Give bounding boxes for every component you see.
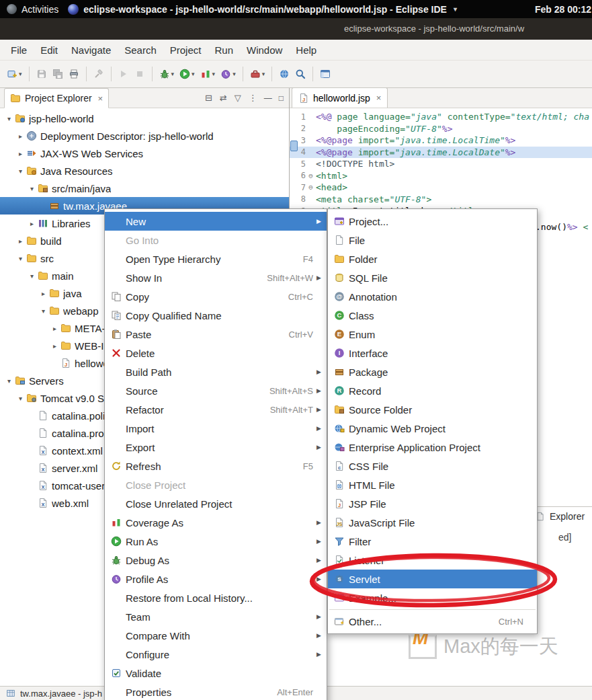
context-menu-item-close-project[interactable]: Close Project xyxy=(105,475,327,494)
tab-explorer-partial[interactable]: Explorer xyxy=(535,511,585,522)
new-submenu-item-interface[interactable]: IInterface xyxy=(328,344,537,362)
new-submenu-item-filter[interactable]: Filter xyxy=(328,532,537,551)
chevron-expanded-icon[interactable]: ▾ xyxy=(27,185,37,192)
new-submenu-item-enterprise-application-project[interactable]: Enterprise Application Project xyxy=(328,438,537,457)
context-menu-item-debug-as[interactable]: Debug As▶ xyxy=(105,551,327,570)
dropdown-arrow-icon[interactable]: ▾ xyxy=(262,71,265,77)
menu-run[interactable]: Run xyxy=(208,42,240,59)
maximize-icon[interactable]: □ xyxy=(279,93,284,103)
context-menu-item-go-into[interactable]: Go Into xyxy=(105,231,327,249)
dropdown-arrow-icon[interactable]: ▾ xyxy=(212,71,216,77)
focused-app-title[interactable]: eclipse-workspace - jsp-hello-world/src/… xyxy=(68,4,457,15)
print-button[interactable] xyxy=(67,65,81,83)
context-menu-item-profile-as[interactable]: Profile As▶ xyxy=(105,570,327,588)
context-menu-item-close-unrelated-project[interactable]: Close Unrelated Project xyxy=(105,494,327,513)
tree-item-src-main-java[interactable]: ▾src/main/java xyxy=(0,180,289,197)
dropdown-arrow-icon[interactable]: ▾ xyxy=(171,71,175,77)
menu-navigate[interactable]: Navigate xyxy=(65,42,118,59)
new-submenu-item-servlet[interactable]: SServlet xyxy=(328,570,537,588)
filter-icon[interactable]: ▽ xyxy=(235,93,241,103)
new-submenu-item-folder[interactable]: Folder xyxy=(328,249,537,268)
tree-item-deployment-descriptor-jsp-hello-world[interactable]: ▸Deployment Descriptor: jsp-hello-world xyxy=(0,127,289,145)
new-submenu-item-class[interactable]: CClass xyxy=(328,306,537,325)
context-menu-item-properties[interactable]: PropertiesAlt+Enter xyxy=(105,683,327,700)
new-submenu-item-enum[interactable]: EEnum xyxy=(328,325,537,344)
tab-project-explorer[interactable]: Project Explorer × xyxy=(4,88,109,108)
context-menu-item-paste[interactable]: PasteCtrl+V xyxy=(105,325,327,344)
chevron-expanded-icon[interactable]: ▾ xyxy=(27,272,37,280)
chevron-expanded-icon[interactable]: ▾ xyxy=(4,377,14,385)
link-with-editor-icon[interactable]: ⇄ xyxy=(220,93,227,103)
coverage-button[interactable]: ▾ xyxy=(198,65,218,83)
tree-item-jax-ws-web-services[interactable]: ▸JAX-WS Web Services xyxy=(0,145,289,162)
profile-button[interactable]: ▾ xyxy=(218,65,238,83)
new-submenu-item-css-file[interactable]: cCSS File xyxy=(328,457,537,475)
chevron-collapsed-icon[interactable]: ▸ xyxy=(15,150,26,157)
context-menu-item-team[interactable]: Team▶ xyxy=(105,607,327,626)
code-line-2[interactable]: 2 pageEncoding="UTF-8"%> xyxy=(290,123,592,135)
context-menu-item-show-in[interactable]: Show InShift+Alt+W▶ xyxy=(105,268,327,287)
minimize-icon[interactable]: — xyxy=(264,93,272,103)
new-submenu-item-other[interactable]: Other...Ctrl+N xyxy=(328,612,537,631)
new-submenu-item-example[interactable]: Example... xyxy=(328,588,537,607)
new-submenu-item-sql-file[interactable]: SQL File xyxy=(328,268,537,287)
menu-project[interactable]: Project xyxy=(163,42,208,59)
chevron-expanded-icon[interactable]: ▾ xyxy=(38,307,48,315)
context-menu-item-coverage-as[interactable]: Coverage As▶ xyxy=(105,513,327,532)
dropdown-arrow-icon[interactable]: ▾ xyxy=(19,71,22,77)
context-menu-item-open-type-hierarchy[interactable]: Open Type HierarchyF4 xyxy=(105,249,327,268)
context-menu-item-build-path[interactable]: Build Path▶ xyxy=(105,362,327,381)
new-submenu-item-listener[interactable]: Listener xyxy=(328,551,537,570)
fold-minus-icon[interactable]: ⊖ xyxy=(306,183,316,192)
dropdown-arrow-icon[interactable]: ▾ xyxy=(192,71,195,77)
menu-help[interactable]: Help xyxy=(289,42,323,59)
code-line-8[interactable]: 8<meta charset="UTF-8"> xyxy=(290,194,592,206)
context-menu-item-export[interactable]: Export▶ xyxy=(105,438,327,457)
code-line-1[interactable]: 1<%@ page language="java" contentType="t… xyxy=(290,111,592,123)
new-submenu-item-annotation[interactable]: @Annotation xyxy=(328,287,537,306)
context-menu-item-delete[interactable]: Delete xyxy=(105,344,327,362)
external-tools-button[interactable]: ▾ xyxy=(248,65,267,83)
context-menu-item-new[interactable]: New▶ xyxy=(105,212,327,231)
new-wizard-button[interactable]: ▾ xyxy=(5,65,24,83)
new-submenu-item-file[interactable]: File xyxy=(328,231,537,249)
context-menu-item-restore-from-local-history[interactable]: Restore from Local History... xyxy=(105,588,327,607)
new-submenu-item-package[interactable]: Package xyxy=(328,362,537,381)
fold-minus-icon[interactable]: ⊖ xyxy=(306,171,316,180)
context-menu-item-source[interactable]: SourceShift+Alt+S▶ xyxy=(105,381,327,400)
context-menu-item-import[interactable]: Import▶ xyxy=(105,419,327,438)
window-title-bar[interactable]: eclipse-workspace - jsp-hello-world/src/… xyxy=(0,18,592,40)
search-button[interactable] xyxy=(293,65,308,83)
save-all-button[interactable] xyxy=(50,65,65,83)
context-menu-item-validate[interactable]: Validate xyxy=(105,664,327,683)
chevron-expanded-icon[interactable]: ▾ xyxy=(15,255,26,262)
chevron-collapsed-icon[interactable]: ▸ xyxy=(50,342,60,350)
open-perspective-button[interactable] xyxy=(318,65,333,83)
context-menu-item-configure[interactable]: Configure▶ xyxy=(105,645,327,664)
view-menu-icon[interactable]: ⋮ xyxy=(249,93,257,103)
chevron-expanded-icon[interactable]: ▾ xyxy=(15,395,26,402)
context-menu-item-run-as[interactable]: Run As▶ xyxy=(105,532,327,551)
save-button[interactable] xyxy=(34,65,49,83)
code-line-7[interactable]: 7⊖<head> xyxy=(290,182,592,194)
new-web-project-button[interactable] xyxy=(277,65,292,83)
tree-item-java-resources[interactable]: ▾Java Resources xyxy=(0,162,289,180)
run-button[interactable]: ▾ xyxy=(177,65,197,83)
new-submenu-item-source-folder[interactable]: Source Folder xyxy=(328,400,537,419)
chevron-expanded-icon[interactable]: ▾ xyxy=(15,167,26,175)
code-line-5[interactable]: 5<!DOCTYPE html> xyxy=(290,158,592,170)
stop-button[interactable] xyxy=(132,65,147,83)
build-all-button[interactable] xyxy=(91,65,106,83)
code-line-6[interactable]: 6⊖<html> xyxy=(290,170,592,182)
context-menu-item-copy-qualified-name[interactable]: Copy Qualified Name xyxy=(105,306,327,325)
activities-button[interactable]: Activities xyxy=(0,0,65,18)
chevron-expanded-icon[interactable]: ▾ xyxy=(4,115,14,122)
new-submenu-item-project[interactable]: Project... xyxy=(328,212,537,231)
tab-helloworld-jsp[interactable]: J helloworld.jsp × xyxy=(292,87,388,108)
new-submenu-item-dynamic-web-project[interactable]: Dynamic Web Project xyxy=(328,419,537,438)
debug-button[interactable]: ▾ xyxy=(157,65,177,83)
chevron-collapsed-icon[interactable]: ▸ xyxy=(15,237,26,245)
tree-item-jsp-hello-world[interactable]: ▾jsp-hello-world xyxy=(0,110,289,127)
close-icon[interactable]: × xyxy=(376,93,382,103)
menu-search[interactable]: Search xyxy=(118,42,163,59)
